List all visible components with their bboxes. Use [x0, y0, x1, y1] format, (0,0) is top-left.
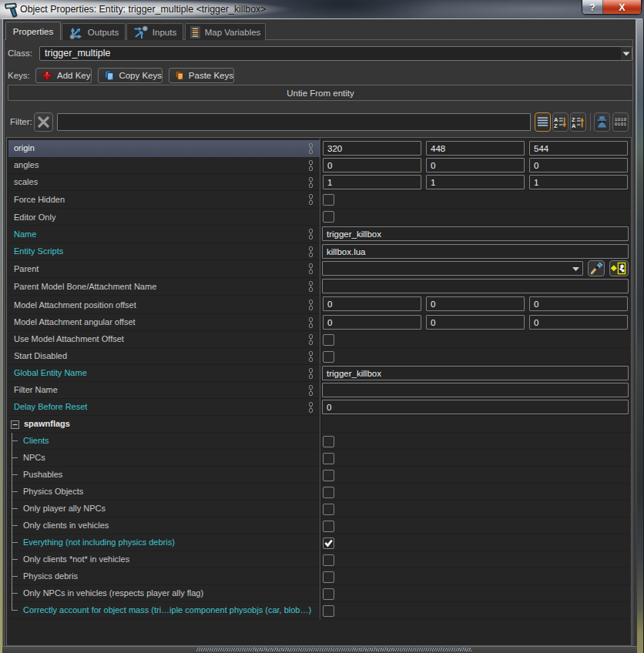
svg-text:Z: Z — [554, 122, 558, 129]
svg-text:A: A — [572, 122, 576, 129]
